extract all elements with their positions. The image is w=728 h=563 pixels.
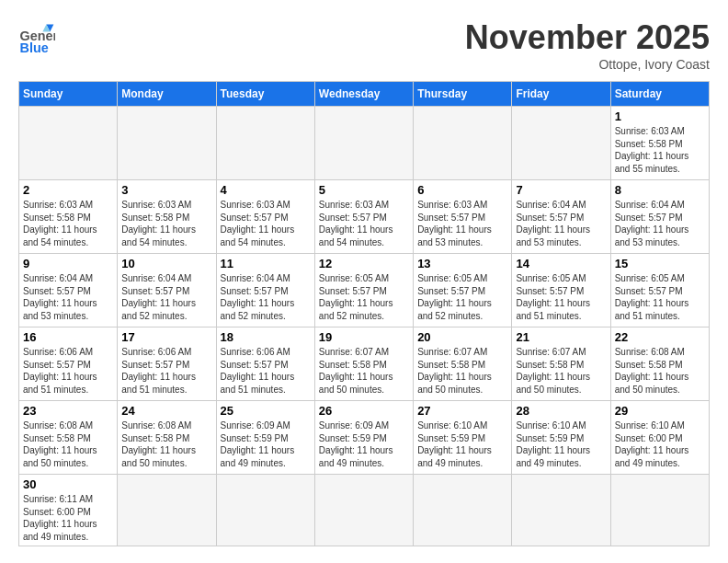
day-number: 7 — [516, 183, 606, 197]
table-row: 26Sunrise: 6:09 AM Sunset: 5:59 PM Dayli… — [314, 401, 413, 475]
page-header: General Blue November 2025 Ottope, Ivory… — [18, 18, 710, 72]
day-number: 19 — [319, 330, 409, 344]
day-info: Sunrise: 6:03 AM Sunset: 5:57 PM Dayligh… — [319, 199, 409, 248]
day-number: 15 — [615, 257, 705, 270]
table-row — [512, 475, 610, 546]
day-number: 30 — [23, 477, 113, 491]
day-number: 23 — [23, 404, 113, 418]
day-number: 22 — [615, 330, 705, 344]
table-row: 19Sunrise: 6:07 AM Sunset: 5:58 PM Dayli… — [314, 327, 413, 401]
day-number: 6 — [417, 183, 507, 197]
day-info: Sunrise: 6:06 AM Sunset: 5:57 PM Dayligh… — [121, 346, 211, 396]
day-info: Sunrise: 6:08 AM Sunset: 5:58 PM Dayligh… — [121, 419, 211, 469]
day-number: 12 — [319, 257, 409, 270]
table-row: 29Sunrise: 6:10 AM Sunset: 6:00 PM Dayli… — [610, 401, 709, 475]
day-info: Sunrise: 6:09 AM Sunset: 5:59 PM Dayligh… — [319, 419, 409, 469]
day-number: 3 — [121, 183, 211, 197]
day-number: 21 — [516, 330, 606, 344]
day-number: 2 — [23, 183, 113, 197]
calendar-table: Sunday Monday Tuesday Wednesday Thursday… — [18, 81, 710, 546]
calendar-header-row: Sunday Monday Tuesday Wednesday Thursday… — [19, 82, 710, 107]
table-row — [414, 475, 512, 546]
day-number: 27 — [417, 404, 507, 418]
day-number: 24 — [121, 404, 211, 418]
table-row: 1Sunrise: 6:03 AM Sunset: 5:58 PM Daylig… — [610, 107, 709, 180]
day-number: 20 — [417, 330, 507, 344]
table-row — [610, 475, 709, 546]
day-info: Sunrise: 6:04 AM Sunset: 5:57 PM Dayligh… — [516, 199, 606, 248]
table-row: 24Sunrise: 6:08 AM Sunset: 5:58 PM Dayli… — [118, 401, 216, 475]
table-row: 7Sunrise: 6:04 AM Sunset: 5:57 PM Daylig… — [512, 180, 610, 254]
table-row: 25Sunrise: 6:09 AM Sunset: 5:59 PM Dayli… — [216, 401, 314, 475]
table-row: 13Sunrise: 6:05 AM Sunset: 5:57 PM Dayli… — [414, 254, 512, 327]
day-number: 18 — [221, 330, 311, 344]
table-row: 5Sunrise: 6:03 AM Sunset: 5:57 PM Daylig… — [314, 180, 413, 254]
col-monday: Monday — [118, 82, 216, 107]
table-row: 4Sunrise: 6:03 AM Sunset: 5:57 PM Daylig… — [216, 180, 314, 254]
day-number: 11 — [221, 257, 311, 270]
logo-icon: General Blue — [18, 18, 55, 55]
day-info: Sunrise: 6:03 AM Sunset: 5:58 PM Dayligh… — [23, 199, 113, 248]
table-row — [118, 475, 216, 546]
table-row: 3Sunrise: 6:03 AM Sunset: 5:58 PM Daylig… — [118, 180, 216, 254]
table-row: 8Sunrise: 6:04 AM Sunset: 5:57 PM Daylig… — [610, 180, 709, 254]
day-info: Sunrise: 6:07 AM Sunset: 5:58 PM Dayligh… — [319, 346, 409, 396]
svg-text:Blue: Blue — [20, 40, 49, 55]
day-number: 25 — [221, 404, 311, 418]
day-info: Sunrise: 6:03 AM Sunset: 5:57 PM Dayligh… — [417, 199, 507, 248]
col-wednesday: Wednesday — [314, 82, 413, 107]
col-tuesday: Tuesday — [216, 82, 314, 107]
table-row — [216, 475, 314, 546]
day-number: 14 — [516, 257, 606, 270]
table-row — [118, 107, 216, 180]
day-info: Sunrise: 6:04 AM Sunset: 5:57 PM Dayligh… — [221, 272, 311, 322]
day-info: Sunrise: 6:11 AM Sunset: 6:00 PM Dayligh… — [23, 493, 113, 543]
day-number: 28 — [516, 404, 606, 418]
table-row: 17Sunrise: 6:06 AM Sunset: 5:57 PM Dayli… — [118, 327, 216, 401]
day-info: Sunrise: 6:05 AM Sunset: 5:57 PM Dayligh… — [516, 272, 606, 322]
day-info: Sunrise: 6:03 AM Sunset: 5:58 PM Dayligh… — [615, 125, 705, 175]
table-row: 21Sunrise: 6:07 AM Sunset: 5:58 PM Dayli… — [512, 327, 610, 401]
day-info: Sunrise: 6:05 AM Sunset: 5:57 PM Dayligh… — [417, 272, 507, 322]
table-row — [414, 107, 512, 180]
day-number: 29 — [615, 404, 705, 418]
table-row — [314, 107, 413, 180]
day-info: Sunrise: 6:09 AM Sunset: 5:59 PM Dayligh… — [221, 419, 311, 469]
col-friday: Friday — [512, 82, 610, 107]
day-info: Sunrise: 6:04 AM Sunset: 5:57 PM Dayligh… — [121, 272, 211, 322]
col-sunday: Sunday — [19, 82, 118, 107]
month-title: November 2025 — [465, 18, 710, 57]
day-number: 16 — [23, 330, 113, 344]
title-block: November 2025 Ottope, Ivory Coast — [465, 18, 710, 72]
table-row: 16Sunrise: 6:06 AM Sunset: 5:57 PM Dayli… — [19, 327, 118, 401]
table-row: 23Sunrise: 6:08 AM Sunset: 5:58 PM Dayli… — [19, 401, 118, 475]
day-info: Sunrise: 6:08 AM Sunset: 5:58 PM Dayligh… — [615, 346, 705, 396]
day-info: Sunrise: 6:03 AM Sunset: 5:58 PM Dayligh… — [121, 199, 211, 248]
table-row: 15Sunrise: 6:05 AM Sunset: 5:57 PM Dayli… — [610, 254, 709, 327]
col-saturday: Saturday — [610, 82, 709, 107]
table-row: 11Sunrise: 6:04 AM Sunset: 5:57 PM Dayli… — [216, 254, 314, 327]
day-number: 5 — [319, 183, 409, 197]
day-info: Sunrise: 6:10 AM Sunset: 6:00 PM Dayligh… — [615, 419, 705, 469]
day-number: 26 — [319, 404, 409, 418]
table-row: 28Sunrise: 6:10 AM Sunset: 5:59 PM Dayli… — [512, 401, 610, 475]
day-info: Sunrise: 6:04 AM Sunset: 5:57 PM Dayligh… — [615, 199, 705, 248]
day-info: Sunrise: 6:10 AM Sunset: 5:59 PM Dayligh… — [417, 419, 507, 469]
day-info: Sunrise: 6:06 AM Sunset: 5:57 PM Dayligh… — [221, 346, 311, 396]
table-row: 6Sunrise: 6:03 AM Sunset: 5:57 PM Daylig… — [414, 180, 512, 254]
table-row: 2Sunrise: 6:03 AM Sunset: 5:58 PM Daylig… — [19, 180, 118, 254]
table-row: 30Sunrise: 6:11 AM Sunset: 6:00 PM Dayli… — [19, 475, 118, 546]
table-row — [512, 107, 610, 180]
logo: General Blue — [18, 18, 55, 55]
day-info: Sunrise: 6:08 AM Sunset: 5:58 PM Dayligh… — [23, 419, 113, 469]
day-number: 10 — [121, 257, 211, 270]
day-info: Sunrise: 6:07 AM Sunset: 5:58 PM Dayligh… — [417, 346, 507, 396]
day-info: Sunrise: 6:06 AM Sunset: 5:57 PM Dayligh… — [23, 346, 113, 396]
day-number: 17 — [121, 330, 211, 344]
day-info: Sunrise: 6:05 AM Sunset: 5:57 PM Dayligh… — [319, 272, 409, 322]
day-number: 13 — [417, 257, 507, 270]
table-row — [19, 107, 118, 180]
day-number: 1 — [615, 109, 705, 123]
table-row: 20Sunrise: 6:07 AM Sunset: 5:58 PM Dayli… — [414, 327, 512, 401]
table-row: 18Sunrise: 6:06 AM Sunset: 5:57 PM Dayli… — [216, 327, 314, 401]
